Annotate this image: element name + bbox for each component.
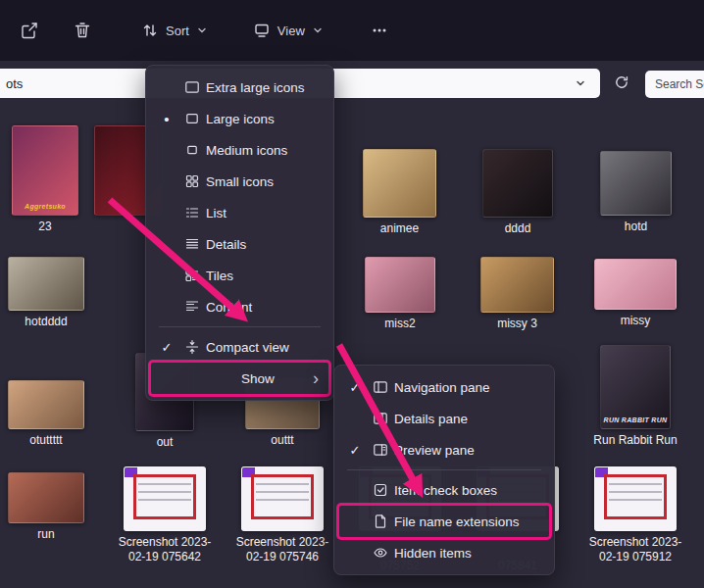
- small-icons-icon: [178, 173, 206, 189]
- file-tile[interactable]: otuttttt: [8, 380, 84, 429]
- menu-item-details[interactable]: Details: [151, 228, 328, 260]
- list-icon: [178, 205, 206, 220]
- chevron-down-icon: [312, 24, 324, 36]
- file-name: Run Rabbit Run: [588, 433, 682, 448]
- file-tile[interactable]: RUN RABBIT RUNRun Rabbit Run: [600, 345, 671, 429]
- menu-item-label: Show: [206, 371, 313, 386]
- file-thumbnail: [8, 380, 84, 429]
- menu-item-details-pane[interactable]: Details pane: [339, 403, 549, 434]
- file-tile[interactable]: Screenshot 2023-02-19 075746: [241, 466, 324, 531]
- menu-item-label: Item check boxes: [394, 483, 545, 498]
- file-explorer-window: Sort View ots: [0, 0, 704, 588]
- navigation-pane-icon: [367, 379, 394, 395]
- chevron-right-icon: ›: [313, 369, 325, 387]
- large-icons-icon: [178, 111, 206, 126]
- file-name: missy: [588, 314, 682, 328]
- menu-item-file-name-extensions[interactable]: File name extensions: [339, 506, 549, 537]
- file-name: otuttttt: [0, 433, 93, 448]
- menu-item-label: Navigation pane: [394, 380, 545, 395]
- refresh-icon: [614, 74, 629, 94]
- menu-item-compact-view[interactable]: ✓Compact view: [151, 331, 328, 363]
- view-button[interactable]: View: [243, 14, 333, 47]
- content-icon: [178, 299, 206, 315]
- toolbar: Sort View: [0, 0, 704, 61]
- menu-item-label: Extra large icons: [206, 80, 325, 95]
- file-name: out: [118, 435, 212, 450]
- menu-item-medium-icons[interactable]: Medium icons: [151, 134, 328, 166]
- check-icon: ✓: [343, 380, 367, 395]
- file-tile[interactable]: animee: [363, 149, 436, 218]
- check-icon: ✓: [155, 340, 178, 355]
- preview-pane-icon: [367, 442, 394, 458]
- file-thumbnail: [363, 149, 436, 218]
- file-tile[interactable]: missy: [594, 259, 677, 310]
- view-icon: [253, 22, 271, 39]
- menu-item-label: Details pane: [394, 412, 545, 426]
- show-submenu: ✓Navigation paneDetails pane✓Preview pan…: [333, 365, 555, 575]
- menu-item-preview-pane[interactable]: ✓Preview pane: [339, 434, 549, 466]
- menu-item-hidden-items[interactable]: Hidden items: [339, 537, 549, 568]
- hidden-items-icon: [367, 545, 394, 561]
- menu-item-label: Small icons: [206, 174, 325, 189]
- file-thumbnail: [480, 257, 554, 313]
- file-tile[interactable]: run: [8, 472, 84, 523]
- file-name: hotdddd: [0, 315, 93, 329]
- menu-item-label: Details: [206, 237, 325, 252]
- menu-item-show[interactable]: Show›: [151, 363, 328, 394]
- file-tile[interactable]: Aggretsuko23: [12, 125, 78, 216]
- menu-item-label: Content: [206, 300, 325, 315]
- menu-item-large-icons[interactable]: •Large icons: [151, 103, 328, 134]
- item-check-boxes-icon: [367, 482, 394, 498]
- compact-view-icon: [178, 339, 206, 355]
- menu-item-label: List: [206, 206, 325, 220]
- more-icon: [371, 22, 388, 39]
- menu-item-item-check-boxes[interactable]: Item check boxes: [339, 474, 549, 506]
- delete-button[interactable]: [63, 13, 102, 48]
- extra-large-icons-icon: [178, 79, 206, 95]
- search-text: Search Sc: [655, 77, 704, 91]
- see-more-button[interactable]: [361, 14, 398, 47]
- file-name: Screenshot 2023-02-19 075912: [588, 535, 682, 564]
- menu-item-content[interactable]: Content: [151, 291, 328, 322]
- menu-item-label: Medium icons: [206, 143, 325, 158]
- chevron-down-icon: [196, 24, 208, 36]
- menu-item-label: Hidden items: [394, 546, 545, 561]
- file-tile[interactable]: Screenshot 2023-02-19 075912: [594, 466, 677, 531]
- file-tile[interactable]: hotdddd: [8, 257, 84, 311]
- menu-item-list[interactable]: List: [151, 197, 328, 228]
- trash-icon: [73, 21, 92, 40]
- file-name: 23: [0, 220, 92, 234]
- file-tile[interactable]: hotd: [600, 151, 672, 216]
- details-icon: [178, 236, 206, 252]
- refresh-button[interactable]: [610, 73, 633, 96]
- menu-item-small-icons[interactable]: Small icons: [151, 166, 328, 197]
- address-dropdown-chevron-icon[interactable]: [575, 77, 586, 89]
- screenshot-red-frame: [604, 474, 667, 519]
- menu-item-label: Preview pane: [394, 443, 545, 458]
- share-button[interactable]: [10, 13, 49, 48]
- file-thumbnail: [594, 466, 677, 531]
- file-tile[interactable]: miss2: [365, 257, 435, 313]
- file-thumbnail: Aggretsuko: [12, 125, 78, 216]
- file-thumbnail: [365, 257, 435, 313]
- file-name: dddd: [471, 221, 565, 236]
- file-name: hotd: [589, 220, 683, 234]
- menu-item-label: Compact view: [206, 340, 325, 355]
- menu-item-extra-large-icons[interactable]: Extra large icons: [151, 72, 328, 103]
- file-tile[interactable]: missy 3: [480, 257, 554, 313]
- file-thumbnail: [241, 466, 324, 531]
- sort-button[interactable]: Sort: [131, 14, 218, 47]
- screenshot-red-frame: [133, 474, 196, 519]
- search-input[interactable]: Search Sc: [645, 71, 704, 98]
- file-thumbnail: [8, 472, 84, 523]
- file-tile[interactable]: dddd: [482, 149, 553, 218]
- file-tile[interactable]: Screenshot 2023-02-19 075642: [124, 466, 206, 531]
- menu-item-tiles[interactable]: Tiles: [151, 260, 328, 291]
- menu-item-label: File name extensions: [394, 514, 545, 529]
- view-label: View: [277, 24, 305, 38]
- menu-separator: [159, 326, 321, 327]
- file-name: outtt: [235, 433, 329, 448]
- file-name: Screenshot 2023-02-19 075746: [235, 535, 329, 564]
- menu-item-navigation-pane[interactable]: ✓Navigation pane: [339, 371, 549, 403]
- file-name: miss2: [353, 317, 447, 331]
